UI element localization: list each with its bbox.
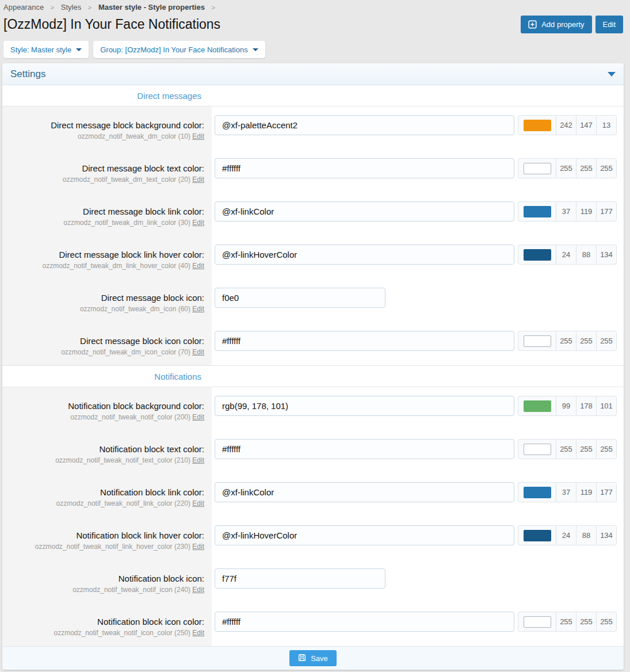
property-name: ozzmodz_notif_tweak_notif_color (200) Ed… (2, 413, 204, 422)
color-preview-group: 255255255 (518, 331, 617, 351)
property-edit-link[interactable]: Edit (192, 629, 204, 637)
property-name: ozzmodz_notif_tweak_dm_color (10) Edit (2, 132, 204, 141)
property-id-text: ozzmodz_notif_tweak_notif_text_color (21… (55, 456, 192, 464)
edit-label: Edit (603, 20, 616, 29)
property-value-cell: 37119177 (212, 474, 624, 517)
property-name: ozzmodz_notif_tweak_dm_link_hover_color … (2, 262, 204, 270)
property-id-text: ozzmodz_notif_tweak_notif_link_hover_col… (35, 543, 193, 551)
property-section: NotificationsNotification block backgrou… (2, 365, 624, 646)
save-button[interactable]: Save (289, 650, 337, 666)
property-value-input[interactable] (215, 331, 514, 351)
property-value-input[interactable] (215, 612, 514, 632)
rgb-value-b: 13 (597, 116, 616, 135)
property-id-text: ozzmodz_notif_tweak_dm_icon_color (70) (61, 348, 192, 356)
property-label: Direct message block icon: (2, 292, 204, 303)
property-label-cell: Notification block icon:ozzmodz_notif_tw… (2, 560, 212, 603)
breadcrumb-separator: > (212, 4, 215, 11)
property-value-cell: 24214713 (212, 106, 624, 150)
section-rows: Notification block background color:ozzm… (2, 387, 624, 646)
property-row: Notification block link color:ozzmodz_no… (2, 474, 624, 517)
property-value-input[interactable] (215, 201, 514, 222)
property-id-text: ozzmodz_notif_tweak_dm_link_color (30) (63, 219, 192, 227)
color-preview-group: 255255255 (518, 612, 617, 632)
breadcrumb-separator: > (88, 4, 91, 11)
property-label-cell: Direct message block icon color:ozzmodz_… (2, 322, 212, 365)
rgb-value-b: 134 (597, 526, 616, 545)
rgb-value-g: 178 (576, 396, 597, 415)
property-label: Direct message block text color: (2, 163, 204, 174)
property-value-input[interactable] (215, 288, 385, 308)
plus-square-icon (528, 20, 537, 29)
style-filter-label: Style: Master style (10, 45, 71, 54)
property-value-input[interactable] (215, 568, 385, 589)
header-actions: Add property Edit (521, 16, 623, 33)
property-label: Notification block link color: (2, 487, 204, 498)
property-id-text: ozzmodz_notif_tweak_notif_link_color (22… (56, 499, 193, 507)
edit-button[interactable]: Edit (595, 16, 623, 33)
property-edit-link[interactable]: Edit (192, 132, 204, 140)
rgb-value-b: 134 (597, 245, 616, 264)
property-edit-link[interactable]: Edit (192, 219, 204, 227)
property-section: Direct messagesDirect message block back… (2, 85, 624, 365)
color-swatch (524, 120, 551, 131)
breadcrumb-styles[interactable]: Styles (61, 3, 81, 12)
property-label-cell: Notification block background color:ozzm… (2, 387, 212, 430)
color-preview-group: 255255255 (518, 439, 617, 459)
property-sections: Direct messagesDirect message block back… (2, 85, 624, 646)
property-name: ozzmodz_notif_tweak_notif_link_color (22… (2, 499, 204, 508)
color-swatch (524, 206, 551, 217)
property-name: ozzmodz_notif_tweak_notif_link_hover_col… (2, 543, 204, 551)
property-label-cell: Direct message block link color:ozzmodz_… (2, 193, 212, 236)
property-value-input[interactable] (215, 525, 514, 545)
rgb-value-b: 177 (597, 483, 616, 502)
property-row: Direct message block text color:ozzmodz_… (2, 150, 624, 193)
property-edit-link[interactable]: Edit (192, 262, 204, 270)
breadcrumb-appearance[interactable]: Appearance (3, 3, 44, 12)
property-value-input[interactable] (215, 115, 514, 135)
property-edit-link[interactable]: Edit (192, 456, 204, 464)
property-edit-link[interactable]: Edit (192, 586, 204, 594)
color-swatch-cell (518, 202, 556, 221)
property-value-cell: 255255255 (212, 322, 624, 365)
property-label: Notification block link hover color: (2, 530, 204, 541)
property-edit-link[interactable]: Edit (192, 499, 204, 507)
property-row: Direct message block icon color:ozzmodz_… (2, 322, 624, 365)
property-edit-link[interactable]: Edit (192, 543, 204, 551)
rgb-value-b: 255 (597, 331, 616, 350)
rgb-value-r: 37 (556, 202, 576, 221)
color-swatch-cell (518, 526, 556, 545)
rgb-value-g: 88 (576, 245, 597, 264)
property-label: Direct message block link color: (2, 206, 204, 217)
color-swatch (524, 335, 551, 347)
property-edit-link[interactable]: Edit (192, 305, 204, 313)
property-label-cell: Notification block text color:ozzmodz_no… (2, 430, 212, 474)
property-edit-link[interactable]: Edit (192, 175, 204, 184)
property-value-input[interactable] (215, 396, 514, 416)
property-value-input[interactable] (215, 482, 514, 502)
property-name: ozzmodz_notif_tweak_notif_icon (240) Edi… (2, 586, 204, 594)
color-swatch-cell (518, 440, 556, 459)
add-property-button[interactable]: Add property (521, 16, 591, 33)
breadcrumb-separator: > (51, 4, 54, 11)
property-label: Direct message block background color: (2, 120, 204, 131)
property-value-input[interactable] (215, 245, 514, 265)
form-footer: Save (2, 646, 624, 670)
style-filter-dropdown[interactable]: Style: Master style (3, 41, 89, 58)
rgb-value-b: 101 (597, 396, 616, 415)
property-value-input[interactable] (215, 158, 514, 178)
property-label-cell: Direct message block link hover color:oz… (2, 236, 212, 279)
property-value-input[interactable] (215, 439, 514, 459)
rgb-value-b: 255 (597, 159, 616, 178)
settings-block-header[interactable]: Settings (2, 63, 624, 85)
color-swatch-cell (518, 159, 556, 178)
property-edit-link[interactable]: Edit (192, 348, 204, 356)
breadcrumb-current-page[interactable]: Master style - Style properties (98, 3, 205, 12)
collapse-chevron-icon[interactable] (608, 72, 616, 77)
color-preview-group: 2488134 (518, 525, 617, 545)
rgb-value-r: 255 (556, 612, 576, 631)
rgb-value-b: 255 (597, 612, 616, 631)
property-label-cell: Direct message block background color:oz… (2, 106, 212, 150)
property-edit-link[interactable]: Edit (192, 413, 204, 421)
group-filter-dropdown[interactable]: Group: [OzzModz] In Your Face Notificati… (93, 41, 265, 58)
color-swatch-cell (518, 612, 556, 631)
